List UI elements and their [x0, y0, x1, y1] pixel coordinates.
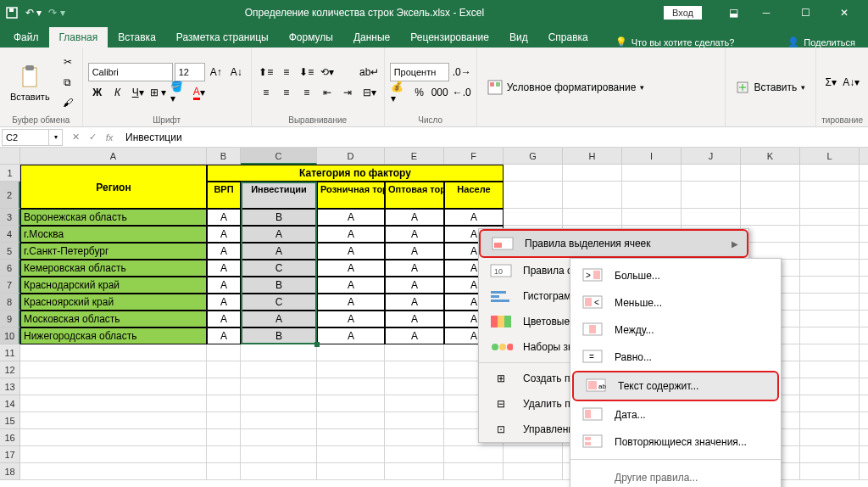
cell[interactable]: A — [207, 209, 241, 226]
row-header[interactable]: 17 — [0, 446, 20, 463]
tab-file[interactable]: Файл — [3, 27, 49, 48]
name-box-dropdown[interactable]: ▾ — [49, 129, 63, 146]
tab-pagelayout[interactable]: Разметка страницы — [166, 27, 279, 48]
tellme[interactable]: 💡Что вы хотите сделать? — [615, 36, 735, 48]
row-header[interactable]: 18 — [0, 463, 20, 480]
cell[interactable] — [20, 395, 207, 412]
save-icon[interactable] — [5, 6, 19, 20]
cell[interactable]: A — [317, 277, 385, 294]
cell[interactable] — [800, 412, 860, 429]
cell[interactable] — [207, 395, 241, 412]
cell[interactable] — [20, 378, 207, 395]
tab-data[interactable]: Данные — [343, 27, 400, 48]
cell[interactable] — [622, 165, 682, 182]
cell[interactable] — [800, 294, 860, 311]
cell[interactable]: A — [317, 327, 385, 344]
col-header[interactable]: F — [444, 148, 504, 165]
cell[interactable] — [800, 395, 860, 412]
cell[interactable] — [860, 182, 868, 209]
cell[interactable] — [800, 378, 860, 395]
cell[interactable] — [682, 165, 741, 182]
cell[interactable] — [241, 412, 317, 429]
cell[interactable]: A — [207, 327, 241, 344]
submenu-between[interactable]: Между... — [570, 316, 781, 344]
cell[interactable] — [682, 182, 741, 209]
cell[interactable] — [385, 361, 444, 378]
cell[interactable]: A — [207, 226, 241, 243]
italic-button[interactable]: К — [108, 83, 127, 102]
cell[interactable]: Московская область — [20, 311, 207, 327]
row-header[interactable]: 8 — [0, 294, 20, 311]
cell[interactable] — [860, 165, 868, 182]
copy-button[interactable]: ⧉ — [58, 73, 77, 92]
cell[interactable]: C — [241, 260, 317, 277]
col-header[interactable]: C — [241, 148, 317, 165]
number-format-combo[interactable]: Процентн — [390, 63, 449, 81]
col-header[interactable]: K — [741, 148, 800, 165]
font-size-combo[interactable]: 12 — [175, 63, 205, 81]
cell[interactable]: Воронежская область — [20, 209, 207, 226]
sort-button[interactable]: A↓▾ — [842, 73, 860, 92]
cell[interactable] — [741, 182, 800, 209]
cell[interactable]: A — [317, 294, 385, 311]
cell[interactable]: Населе — [444, 182, 504, 209]
cell[interactable] — [317, 395, 385, 412]
font-name-combo[interactable]: Calibri — [88, 63, 173, 81]
col-header[interactable]: I — [622, 148, 682, 165]
fill-color-button[interactable]: 🪣▾ — [170, 83, 188, 102]
undo-icon[interactable]: ↶ ▾ — [25, 7, 42, 19]
cell[interactable] — [860, 378, 868, 395]
cell[interactable]: г.Санкт-Петербург — [20, 243, 207, 260]
cell[interactable] — [860, 260, 868, 277]
formula-input[interactable] — [122, 129, 868, 146]
cell[interactable]: A — [385, 294, 444, 311]
cancel-icon[interactable]: ✕ — [68, 130, 83, 145]
cell[interactable]: Красноярский край — [20, 294, 207, 311]
cell[interactable] — [800, 277, 860, 294]
cell[interactable] — [385, 344, 444, 361]
close-button[interactable]: ✕ — [826, 1, 863, 25]
fx-icon[interactable]: fx — [102, 130, 117, 145]
ribbon-options-icon[interactable]: ⬓ — [721, 7, 746, 19]
row-header[interactable]: 13 — [0, 378, 20, 395]
align-right-button[interactable]: ≡ — [298, 83, 316, 102]
format-painter-button[interactable]: 🖌 — [58, 93, 77, 112]
cell[interactable] — [860, 243, 868, 260]
cell[interactable] — [860, 294, 868, 311]
cell[interactable] — [622, 182, 682, 209]
cell[interactable] — [504, 463, 563, 480]
cell[interactable]: A — [317, 226, 385, 243]
cell[interactable] — [800, 165, 860, 182]
orientation-button[interactable]: ⟲▾ — [318, 63, 337, 81]
indent-inc-button[interactable]: ⇥ — [338, 83, 357, 102]
submenu-duplicates[interactable]: Повторяющиеся значения... — [570, 428, 781, 456]
col-header[interactable]: M — [860, 148, 868, 165]
cell[interactable]: Розничная торговля — [317, 182, 385, 209]
cell[interactable]: Категория по фактору — [207, 165, 504, 182]
cell[interactable] — [385, 446, 444, 463]
redo-icon[interactable]: ↷ ▾ — [48, 7, 64, 19]
align-center-button[interactable]: ≡ — [277, 83, 296, 102]
cell[interactable] — [563, 165, 622, 182]
cell[interactable]: A — [241, 311, 317, 327]
cell[interactable] — [317, 361, 385, 378]
tab-view[interactable]: Вид — [499, 27, 538, 48]
cell[interactable] — [241, 378, 317, 395]
cell[interactable] — [741, 209, 800, 226]
cell[interactable] — [563, 182, 622, 209]
cell[interactable] — [800, 311, 860, 327]
cell[interactable] — [241, 344, 317, 361]
cell[interactable] — [241, 429, 317, 446]
inc-decimal-button[interactable]: .0→ — [453, 63, 471, 81]
cell[interactable] — [800, 209, 860, 226]
cell[interactable]: Краснодарский край — [20, 277, 207, 294]
name-box[interactable]: C2 — [2, 129, 49, 146]
cell[interactable]: A — [385, 311, 444, 327]
font-color-button[interactable]: A▾ — [190, 83, 209, 102]
cell[interactable] — [800, 446, 860, 463]
cell[interactable]: A — [385, 209, 444, 226]
cell[interactable] — [20, 361, 207, 378]
row-header[interactable]: 3 — [0, 209, 20, 226]
cell[interactable] — [207, 361, 241, 378]
row-header[interactable]: 10 — [0, 327, 20, 344]
